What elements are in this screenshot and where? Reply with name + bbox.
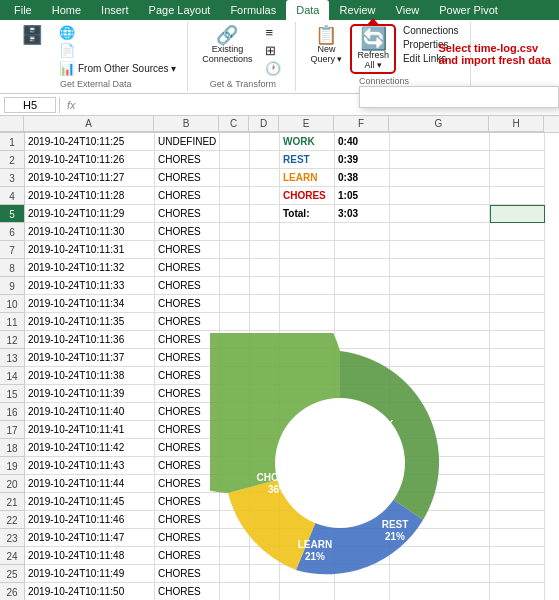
col-header-h[interactable]: H [489, 116, 544, 132]
existing-connections-button[interactable]: 🔗 ExistingConnections [198, 24, 256, 66]
cell[interactable] [220, 259, 250, 277]
row-header-22[interactable]: 22 [0, 511, 24, 529]
cell[interactable]: CHORES [280, 187, 335, 205]
cell[interactable]: 3:03 [335, 205, 390, 223]
cell[interactable] [280, 241, 335, 259]
cell[interactable]: 2019-10-24T10:11:32 [25, 259, 155, 277]
col-header-a[interactable]: A [24, 116, 154, 132]
ribbon-tab-home[interactable]: Home [42, 0, 91, 20]
row-header-6[interactable]: 6 [0, 223, 24, 241]
cell[interactable]: CHORES [155, 169, 220, 187]
cell[interactable] [490, 133, 545, 151]
cell[interactable]: 2019-10-24T10:11:34 [25, 295, 155, 313]
cell[interactable] [250, 313, 280, 331]
col-header-g[interactable]: G [389, 116, 489, 132]
cell[interactable]: 2019-10-24T10:11:50 [25, 583, 155, 600]
row-header-18[interactable]: 18 [0, 439, 24, 457]
cell[interactable] [220, 241, 250, 259]
cell[interactable] [490, 547, 545, 565]
from-web-button[interactable]: 🌐 [56, 24, 179, 41]
cell[interactable]: 2019-10-24T10:11:48 [25, 547, 155, 565]
cell[interactable] [490, 151, 545, 169]
cell[interactable] [250, 295, 280, 313]
cell[interactable] [250, 277, 280, 295]
from-text-button[interactable]: 📄 [56, 42, 179, 59]
row-header-7[interactable]: 7 [0, 241, 24, 259]
cell[interactable]: 2019-10-24T10:11:47 [25, 529, 155, 547]
cell[interactable]: 2019-10-24T10:11:36 [25, 331, 155, 349]
cell[interactable] [390, 295, 490, 313]
cell[interactable] [220, 223, 250, 241]
ribbon-tab-data[interactable]: Data [286, 0, 329, 20]
cell[interactable]: 2019-10-24T10:11:40 [25, 403, 155, 421]
ribbon-tab-review[interactable]: Review [329, 0, 385, 20]
row-header-19[interactable]: 19 [0, 457, 24, 475]
from-access-button[interactable]: 🗄️ [12, 24, 52, 46]
cell[interactable] [280, 259, 335, 277]
row-header-5[interactable]: 5 [0, 205, 24, 223]
cell[interactable] [390, 259, 490, 277]
cell[interactable] [390, 223, 490, 241]
row-header-21[interactable]: 21 [0, 493, 24, 511]
cell[interactable]: 2019-10-24T10:11:35 [25, 313, 155, 331]
cell[interactable] [335, 241, 390, 259]
cell[interactable] [490, 169, 545, 187]
cell[interactable] [250, 259, 280, 277]
col-header-d[interactable]: D [249, 116, 279, 132]
ribbon-tab-view[interactable]: View [386, 0, 430, 20]
cell[interactable] [250, 223, 280, 241]
cell[interactable] [490, 187, 545, 205]
cell[interactable] [220, 169, 250, 187]
cell[interactable] [490, 223, 545, 241]
cell[interactable]: CHORES [155, 259, 220, 277]
cell[interactable] [390, 277, 490, 295]
cell[interactable] [335, 295, 390, 313]
cell[interactable] [390, 205, 490, 223]
cell[interactable]: 0:38 [335, 169, 390, 187]
ribbon-tab-insert[interactable]: Insert [91, 0, 139, 20]
row-header-15[interactable]: 15 [0, 385, 24, 403]
cell[interactable] [490, 259, 545, 277]
cell[interactable]: 0:39 [335, 151, 390, 169]
cell[interactable]: CHORES [155, 241, 220, 259]
cell[interactable] [490, 295, 545, 313]
cell[interactable] [250, 205, 280, 223]
col-header-e[interactable]: E [279, 116, 334, 132]
cell[interactable]: CHORES [155, 295, 220, 313]
cell[interactable]: REST [280, 151, 335, 169]
cell[interactable] [490, 403, 545, 421]
row-header-20[interactable]: 20 [0, 475, 24, 493]
col-header-c[interactable]: C [219, 116, 249, 132]
cell[interactable] [220, 133, 250, 151]
cell[interactable]: CHORES [155, 277, 220, 295]
cell[interactable] [490, 385, 545, 403]
col-header-f[interactable]: F [334, 116, 389, 132]
row-header-8[interactable]: 8 [0, 259, 24, 277]
cell[interactable]: 2019-10-24T10:11:42 [25, 439, 155, 457]
cell[interactable] [490, 313, 545, 331]
show-queries-button[interactable]: ≡ [262, 24, 287, 41]
cell[interactable] [335, 313, 390, 331]
cell[interactable] [490, 277, 545, 295]
cell[interactable]: 1:05 [335, 187, 390, 205]
cell[interactable] [490, 475, 545, 493]
cell[interactable]: UNDEFINED [155, 133, 220, 151]
cell[interactable] [335, 259, 390, 277]
from-table-button[interactable]: ⊞ [262, 42, 287, 59]
cell[interactable]: CHORES [155, 187, 220, 205]
recent-sources-button[interactable]: 🕐 [262, 60, 287, 77]
cell[interactable]: 2019-10-24T10:11:46 [25, 511, 155, 529]
cell[interactable] [390, 313, 490, 331]
new-query-button[interactable]: 📋 NewQuery ▾ [306, 24, 346, 66]
row-header-4[interactable]: 4 [0, 187, 24, 205]
cell[interactable]: Total: [280, 205, 335, 223]
row-header-3[interactable]: 3 [0, 169, 24, 187]
cell[interactable]: CHORES [155, 313, 220, 331]
cell[interactable] [390, 151, 490, 169]
cell[interactable]: 2019-10-24T10:11:39 [25, 385, 155, 403]
row-header-1[interactable]: 1 [0, 133, 24, 151]
cell[interactable]: 2019-10-24T10:11:41 [25, 421, 155, 439]
cell[interactable]: WORK [280, 133, 335, 151]
cell[interactable] [220, 277, 250, 295]
cell[interactable] [280, 223, 335, 241]
